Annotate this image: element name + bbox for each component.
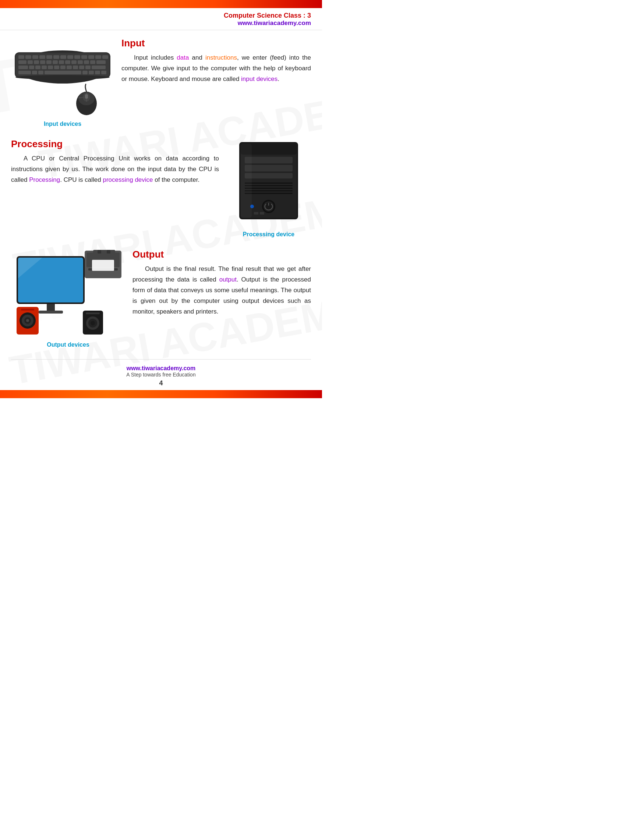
processing-title: Processing	[11, 138, 219, 150]
output-caption: Output devices	[11, 342, 125, 348]
svg-rect-37	[73, 66, 78, 69]
svg-rect-14	[95, 55, 101, 59]
svg-rect-26	[84, 60, 89, 64]
processing-body: A CPU or Central Processing Unit works o…	[11, 154, 219, 185]
svg-rect-81	[92, 260, 114, 271]
svg-rect-18	[34, 60, 39, 64]
svg-rect-77	[39, 310, 63, 314]
svg-rect-35	[60, 66, 66, 69]
input-image-column: Input devices	[11, 38, 114, 127]
top-border	[0, 0, 322, 8]
page-content: Input devices Input Input includes data …	[0, 38, 322, 390]
highlight-instructions: instructions	[205, 54, 237, 61]
svg-rect-16	[19, 60, 27, 64]
processing-image-column: Processing device	[226, 138, 311, 238]
output-section: Output devices Output Output is the fina…	[11, 249, 311, 348]
svg-rect-4	[25, 55, 31, 59]
svg-rect-90	[21, 309, 34, 310]
output-body: Output is the final result. The final re…	[133, 264, 311, 317]
svg-rect-76	[47, 304, 55, 311]
svg-rect-20	[46, 60, 52, 64]
processing-caption: Processing device	[226, 231, 311, 238]
header-url: www.tiwariacademy.com	[0, 19, 311, 27]
page-footer: www.tiwariacademy.com A Step towards fre…	[11, 359, 311, 390]
svg-rect-48	[101, 71, 107, 74]
footer-tagline: A Step towards free Education	[11, 372, 311, 378]
svg-rect-46	[89, 71, 94, 74]
svg-point-94	[91, 321, 95, 325]
svg-rect-17	[28, 60, 33, 64]
svg-point-89	[26, 319, 29, 322]
output-text-column: Output Output is the final result. The f…	[133, 249, 311, 317]
svg-rect-21	[53, 60, 58, 64]
svg-rect-44	[44, 71, 81, 74]
highlight-data: data	[177, 54, 189, 61]
svg-rect-22	[59, 60, 64, 64]
svg-rect-32	[42, 66, 47, 69]
input-section: Input devices Input Input includes data …	[11, 38, 311, 127]
page-number: 4	[11, 380, 311, 387]
input-text-column: Input Input includes data and instructio…	[121, 38, 311, 85]
svg-rect-30	[29, 66, 34, 69]
processing-text-column: Processing A CPU or Central Processing U…	[11, 138, 219, 185]
svg-rect-39	[85, 66, 91, 69]
bottom-border	[0, 390, 322, 398]
svg-rect-34	[54, 66, 59, 69]
svg-rect-36	[67, 66, 72, 69]
svg-rect-15	[102, 55, 108, 59]
svg-rect-38	[79, 66, 84, 69]
svg-rect-64	[245, 190, 293, 191]
svg-rect-83	[97, 250, 101, 254]
svg-rect-11	[74, 55, 80, 59]
svg-rect-60	[245, 173, 293, 179]
svg-rect-3	[19, 55, 24, 59]
footer-url: www.tiwariacademy.com	[11, 365, 311, 372]
svg-rect-40	[92, 66, 106, 69]
svg-rect-10	[67, 55, 73, 59]
svg-rect-54	[85, 94, 88, 99]
svg-rect-58	[245, 157, 293, 163]
svg-rect-82	[93, 250, 115, 254]
svg-rect-7	[46, 55, 52, 59]
svg-rect-13	[88, 55, 94, 59]
input-body: Input includes data and instructions, we…	[121, 53, 311, 85]
svg-rect-63	[245, 188, 293, 189]
svg-rect-33	[48, 66, 53, 69]
svg-rect-47	[95, 71, 100, 74]
svg-rect-65	[245, 193, 293, 194]
keyboard-illustration	[13, 38, 112, 85]
page-header: Computer Science Class : 3 www.tiwariaca…	[0, 8, 322, 30]
input-title: Input	[121, 38, 311, 49]
highlight-output: output	[219, 276, 237, 283]
output-title: Output	[133, 249, 311, 260]
svg-rect-61	[245, 182, 293, 183]
svg-rect-62	[245, 185, 293, 186]
svg-rect-42	[32, 71, 37, 74]
output-devices-illustration	[13, 249, 123, 337]
svg-rect-71	[254, 212, 259, 215]
svg-rect-45	[82, 71, 88, 74]
svg-rect-31	[35, 66, 41, 69]
svg-rect-95	[86, 312, 100, 314]
svg-rect-6	[39, 55, 45, 59]
mouse-illustration	[72, 83, 101, 116]
svg-rect-25	[78, 60, 83, 64]
svg-rect-19	[40, 60, 45, 64]
svg-rect-43	[38, 71, 44, 74]
highlight-processing-device: processing device	[103, 176, 153, 183]
svg-rect-24	[71, 60, 77, 64]
header-title: Computer Science Class : 3	[0, 12, 311, 19]
svg-rect-84	[107, 250, 110, 254]
highlight-input-devices: input devices	[241, 75, 277, 82]
processing-section: Processing A CPU or Central Processing U…	[11, 138, 311, 238]
svg-rect-27	[90, 60, 95, 64]
highlight-processing: Processing	[29, 176, 60, 183]
input-caption: Input devices	[11, 121, 114, 127]
svg-rect-28	[96, 60, 106, 64]
svg-rect-9	[60, 55, 66, 59]
svg-rect-70	[241, 144, 252, 218]
svg-rect-41	[19, 71, 31, 74]
svg-rect-29	[19, 66, 28, 69]
svg-rect-12	[81, 55, 87, 59]
svg-rect-8	[53, 55, 59, 59]
